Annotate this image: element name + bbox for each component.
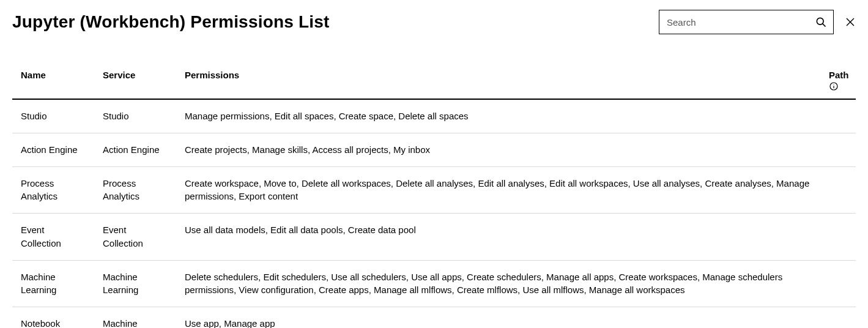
column-header-name[interactable]: Name (12, 65, 94, 99)
svg-point-6 (833, 84, 834, 84)
cell-name: Notebook Jupyter (12, 307, 94, 329)
table-row[interactable]: Studio Studio Manage permissions, Edit a… (12, 99, 856, 133)
table-row[interactable]: Machine Learning Machine Learning Delete… (12, 260, 856, 307)
cell-service: Machine Learning (94, 260, 176, 307)
cell-permissions: Create workspace, Move to, Delete all wo… (176, 166, 820, 214)
cell-name: Machine Learning (12, 260, 94, 307)
table-header-row: Name Service Permissions Path (12, 65, 856, 99)
svg-point-0 (817, 18, 823, 24)
cell-path (820, 214, 856, 261)
cell-path (820, 133, 856, 166)
cell-service: Machine Learning (94, 307, 176, 329)
cell-path (820, 166, 856, 214)
cell-path (820, 260, 856, 307)
cell-permissions: Use app, Manage app (176, 307, 820, 329)
cell-name: Action Engine (12, 133, 94, 166)
cell-permissions: Use all data models, Edit all data pools… (176, 214, 820, 261)
page-title: Jupyter (Workbench) Permissions List (12, 12, 330, 32)
cell-path (820, 99, 856, 133)
permissions-table: Name Service Permissions Path (12, 65, 856, 328)
table-row[interactable]: Process Analytics Process Analytics Crea… (12, 166, 856, 214)
search-input[interactable] (659, 10, 833, 34)
cell-name: Event Collection (12, 214, 94, 261)
column-header-path[interactable]: Path (820, 65, 856, 99)
close-icon[interactable] (845, 17, 856, 28)
column-header-path-label: Path (829, 70, 849, 80)
cell-service: Studio (94, 99, 176, 133)
cell-service: Process Analytics (94, 166, 176, 214)
info-icon[interactable] (829, 81, 839, 91)
cell-service: Action Engine (94, 133, 176, 166)
cell-name: Studio (12, 99, 94, 133)
column-header-service[interactable]: Service (94, 65, 176, 99)
cell-path (820, 307, 856, 329)
column-header-permissions[interactable]: Permissions (176, 65, 820, 99)
cell-permissions: Delete schedulers, Edit schedulers, Use … (176, 260, 820, 307)
cell-service: Event Collection (94, 214, 176, 261)
table-row[interactable]: Event Collection Event Collection Use al… (12, 214, 856, 261)
cell-permissions: Create projects, Manage skills, Access a… (176, 133, 820, 166)
table-row[interactable]: Notebook Jupyter Machine Learning Use ap… (12, 307, 856, 329)
cell-name: Process Analytics (12, 166, 94, 214)
table-row[interactable]: Action Engine Action Engine Create proje… (12, 133, 856, 166)
svg-line-1 (823, 24, 826, 27)
search-field[interactable] (659, 10, 834, 34)
cell-permissions: Manage permissions, Edit all spaces, Cre… (176, 99, 820, 133)
search-icon[interactable] (815, 16, 827, 28)
